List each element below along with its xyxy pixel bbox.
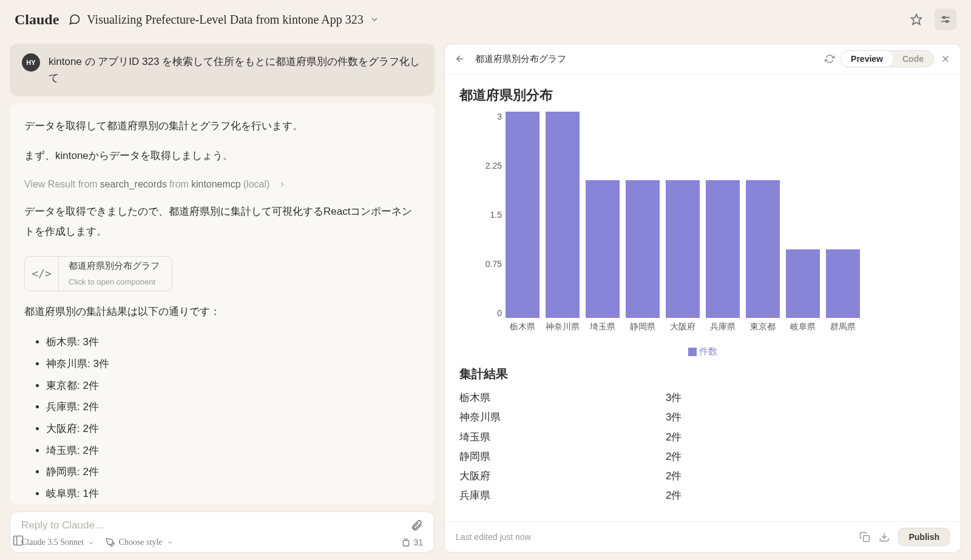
list-item: 大阪府: 2件 (46, 418, 420, 440)
assistant-p1: データを取得して都道府県別の集計とグラフ化を行います。 (24, 116, 420, 136)
result-list: 栃木県: 3件 神奈川県: 3件 東京都: 2件 兵庫県: 2件 大阪府: 2件… (24, 331, 420, 504)
bar-chart: 3 2.25 1.5 0.75 0 栃木県神奈川県埼玉県静岡県大阪府兵庫県東京都… (472, 112, 946, 354)
avatar: HY (22, 53, 40, 72)
attachment-icon[interactable] (411, 519, 423, 531)
svg-marker-0 (912, 15, 922, 25)
list-item: 兵庫県: 2件 (46, 396, 420, 418)
view-toggle[interactable]: Preview Code (841, 50, 934, 67)
tab-preview[interactable]: Preview (841, 51, 893, 67)
last-edited-text: Last edited just now (456, 532, 531, 542)
x-tick-label: 岐阜県 (786, 322, 820, 332)
assistant-p3: データを取得できましたので、都道府県別に集計して可視化するReactコンポーネン… (24, 202, 420, 241)
bar (746, 180, 780, 318)
reply-input[interactable]: Reply to Claude... (21, 519, 404, 531)
tab-code[interactable]: Code (893, 51, 933, 67)
refresh-icon[interactable] (825, 54, 834, 64)
component-title: 都道府県別分布グラフ (69, 257, 160, 275)
bar (626, 180, 660, 318)
list-item: 東京都: 2件 (46, 375, 420, 397)
summary-heading: 集計結果 (459, 366, 946, 382)
assistant-p2: まず、kintoneからデータを取得しましょう。 (24, 146, 420, 166)
style-selector[interactable]: Choose style (106, 538, 174, 547)
assistant-p4: 都道府県別の集計結果は以下の通りです： (24, 302, 420, 322)
summary-row: 静岡県2件 (459, 447, 946, 467)
list-item: 神奈川県: 3件 (46, 353, 420, 375)
publish-button[interactable]: Publish (898, 528, 950, 546)
bar (706, 180, 740, 318)
svg-rect-9 (864, 536, 870, 542)
chevron-down-icon[interactable] (370, 15, 379, 24)
x-tick-label: 埼玉県 (586, 322, 620, 332)
component-artifact-card[interactable]: </> 都道府県別分布グラフ Click to open component (24, 256, 172, 291)
bar (586, 180, 620, 318)
list-item: 埼玉県: 2件 (46, 440, 420, 462)
reply-input-area[interactable]: Reply to Claude... Claude 3.5 Sonnet Cho… (10, 511, 435, 553)
code-icon: </> (25, 257, 59, 291)
x-tick-label: 神奈川県 (546, 322, 580, 332)
list-item: 静岡県: 2件 (46, 461, 420, 483)
x-tick-label: 静岡県 (626, 322, 660, 332)
bar (546, 112, 580, 318)
component-subtitle: Click to open component (69, 275, 160, 290)
summary-row: 兵庫県2件 (459, 486, 946, 505)
y-axis: 3 2.25 1.5 0.75 0 (472, 112, 502, 318)
copy-icon[interactable] (859, 531, 870, 542)
summary-row: 大阪府2件 (459, 467, 946, 486)
x-tick-label: 群馬県 (826, 322, 860, 332)
list-item: 栃木県: 3件 (46, 331, 420, 353)
list-item: 岐阜県: 1件 (46, 483, 420, 504)
model-selector[interactable]: Claude 3.5 Sonnet (21, 538, 95, 547)
x-tick-label: 兵庫県 (706, 322, 740, 332)
summary-row: 神奈川県3件 (459, 408, 946, 427)
chat-icon[interactable] (69, 13, 81, 25)
close-icon[interactable] (940, 53, 951, 64)
conversation-column: HY kintone の アプリID 323 を検索して住所をもとに都道府県別の… (10, 44, 435, 553)
download-icon[interactable] (879, 531, 890, 542)
app-header: Claude Visualizing Prefecture-Level Data… (0, 0, 971, 39)
settings-slider-icon[interactable] (935, 8, 956, 30)
page-title[interactable]: Visualizing Prefecture-Level Data from k… (87, 13, 363, 27)
preview-panel: 都道府県別分布グラフ Preview Code 都道府県別分布 3 2. (444, 44, 961, 553)
svg-rect-5 (404, 541, 409, 546)
assistant-message: データを取得して都道府県別の集計とグラフ化を行います。 まず、kintoneから… (10, 103, 435, 504)
bar (506, 112, 540, 318)
star-icon[interactable] (905, 8, 927, 30)
x-tick-label: 東京都 (746, 322, 780, 332)
x-tick-label: 栃木県 (506, 322, 540, 332)
bar (826, 249, 860, 318)
back-icon[interactable] (455, 53, 465, 64)
user-message-text: kintone の アプリID 323 を検索して住所をもとに都道府県別の件数を… (49, 53, 422, 86)
preview-panel-title: 都道府県別分布グラフ (475, 53, 815, 65)
summary-row: 埼玉県2件 (459, 428, 946, 447)
summary-row: 栃木県3件 (459, 388, 946, 408)
tool-call-result[interactable]: View Result from search_records from kin… (24, 175, 420, 194)
x-tick-label: 大阪府 (666, 322, 700, 332)
svg-rect-11 (14, 536, 23, 545)
bar (786, 249, 820, 318)
user-message: HY kintone の アプリID 323 を検索して住所をもとに都道府県別の… (10, 44, 435, 96)
chevron-right-icon (278, 180, 286, 189)
bar (666, 180, 700, 318)
app-logo[interactable]: Claude (15, 12, 59, 28)
token-counter: 31 (401, 538, 423, 547)
chart-heading: 都道府県別分布 (459, 86, 946, 104)
sidebar-toggle-icon[interactable] (12, 535, 24, 547)
